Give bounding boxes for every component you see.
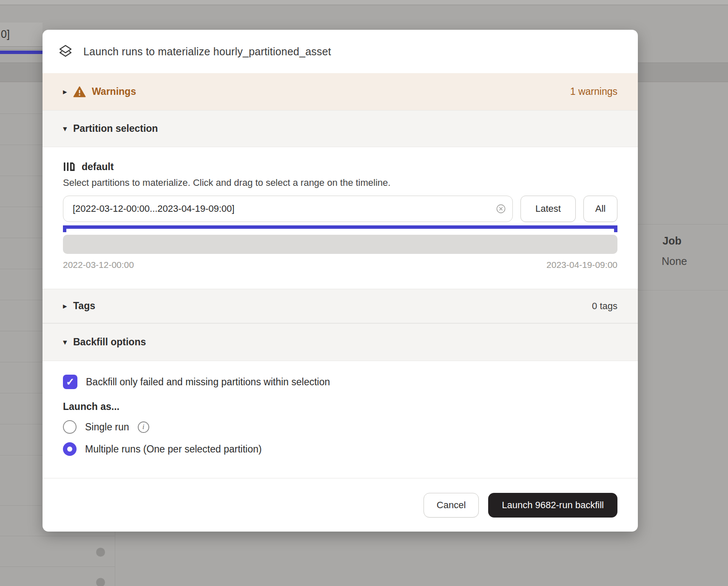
dialog-header: Launch runs to materialize hourly_partit… [43,30,638,73]
table-row-divider [0,300,43,300]
table-row-divider [0,424,43,424]
tags-section-toggle[interactable]: ▸ Tags 0 tags [43,289,638,323]
checkbox-checked-icon[interactable]: ✓ [63,375,77,389]
background-top-band [0,0,728,5]
table-row-divider [638,290,728,290]
backfill-only-failed-label: Backfill only failed and missing partiti… [86,376,330,388]
multiple-runs-radio-row[interactable]: Multiple runs (One per selected partitio… [63,441,617,457]
table-row-divider [0,114,43,114]
partition-dimension-row: default [63,160,617,174]
partition-selection-section-toggle[interactable]: ▾ Partition selection [43,110,638,147]
selection-range-bracket [63,225,617,232]
caret-right-icon[interactable]: ▸ [63,301,73,311]
partition-set-icon [63,160,76,173]
launch-backfill-button[interactable]: Launch 9682-run backfill [488,493,617,518]
table-row-divider [638,224,728,225]
table-row-divider [0,393,43,393]
warnings-count-badge: 1 warnings [570,86,617,97]
table-row-divider [0,362,43,362]
dialog-title: Launch runs to materialize hourly_partit… [83,46,331,58]
single-run-label: Single run [85,421,129,433]
background-text-fragment: 0] [1,28,10,40]
backfill-options-content: ✓ Backfill only failed and missing parti… [43,361,638,457]
tags-count-badge: 0 tags [592,301,617,312]
launch-as-label: Launch as... [63,401,617,412]
warnings-section-toggle[interactable]: ▸ Warnings 1 warnings [43,73,638,110]
table-row-divider [0,207,43,207]
table-row-divider [0,536,115,536]
tags-section-label: Tags [73,300,95,312]
job-column-value: None [662,255,687,267]
materialize-layers-icon [58,44,73,59]
latest-button[interactable]: Latest [520,196,576,222]
job-column-header: Job [663,235,681,247]
table-row-divider [0,505,42,506]
backfill-options-section-toggle[interactable]: ▾ Backfill options [43,323,638,361]
table-row-divider [0,176,43,176]
partition-dimension-name: default [82,161,114,173]
background-focus-underline [0,51,43,54]
clear-selection-icon[interactable] [496,204,506,214]
background-divider [0,49,43,50]
caret-down-icon[interactable]: ▾ [63,124,73,134]
warning-triangle-icon [73,86,86,98]
screen: 0] Job None [0,0,728,586]
multiple-runs-label: Multiple runs (One per selected partitio… [85,444,262,455]
table-row-divider [0,269,43,269]
status-dot [96,578,105,586]
partition-range-input[interactable] [63,196,513,222]
caret-right-icon[interactable]: ▸ [63,87,73,97]
cancel-button[interactable]: Cancel [424,493,479,518]
table-column-divider [115,532,115,586]
partition-timeline-bar[interactable] [63,235,617,254]
backfill-only-failed-checkbox-row[interactable]: ✓ Backfill only failed and missing parti… [63,375,617,389]
partition-selection-content: default Select partitions to materialize… [43,147,638,289]
radio-selected-icon[interactable] [63,442,77,456]
launch-backfill-dialog: Launch runs to materialize hourly_partit… [43,30,638,532]
table-row-divider [0,238,43,238]
timeline-date-labels: 2022-03-12-00:00 2023-04-19-09:00 [63,260,617,289]
dialog-footer: Cancel Launch 9682-run backfill [43,478,638,532]
caret-down-icon[interactable]: ▾ [63,337,73,347]
timeline-end-label: 2023-04-19-09:00 [546,260,617,270]
partition-range-row: Latest All [63,196,617,222]
table-row-divider [0,455,43,455]
warnings-section-label: Warnings [92,86,136,97]
info-icon[interactable]: i [138,421,149,433]
single-run-radio-row[interactable]: Single run i [63,419,617,435]
all-button[interactable]: All [583,196,617,222]
status-dot [96,548,105,557]
partition-range-input-wrap [63,196,513,222]
backfill-options-section-label: Backfill options [73,336,146,348]
partition-selection-section-label: Partition selection [73,123,158,134]
radio-unselected-icon[interactable] [63,420,77,434]
partition-help-text: Select partitions to materialize. Click … [63,177,617,188]
table-row-divider [0,145,43,145]
table-row-divider [0,331,43,331]
timeline-start-label: 2022-03-12-00:00 [63,260,134,270]
table-row-divider [0,566,115,567]
